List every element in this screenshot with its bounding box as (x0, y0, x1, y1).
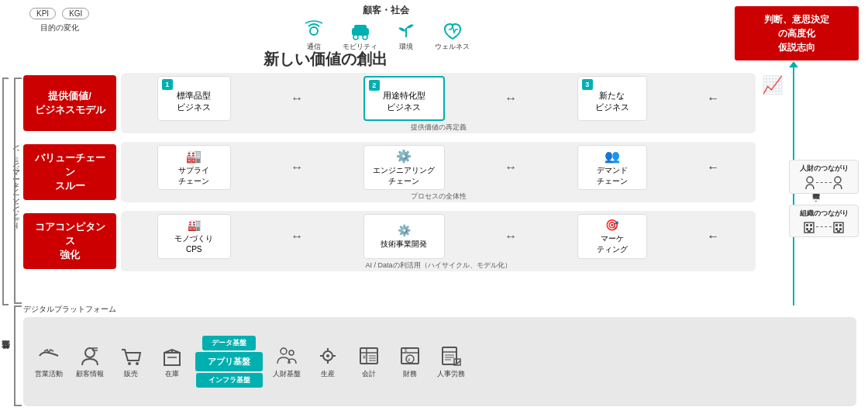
svg-rect-8 (806, 224, 808, 226)
row1-sub: 提供価値の再定義 (127, 121, 749, 133)
jinji-label: 人事労務 (437, 369, 465, 379)
jinzai-dots (805, 176, 842, 190)
kpi-badges: KPI KGI (29, 8, 89, 19)
customer-icons: 通信 モビリティ 環境 (302, 20, 470, 52)
dot-line-2 (816, 226, 832, 227)
row1-red-label: 提供価値/ビジネスモデル (23, 75, 116, 131)
wellness-label: ウェルネス (435, 42, 470, 52)
dot-line-1 (816, 182, 832, 183)
platform-label: デジタルプラットフォーム (23, 304, 856, 315)
row2: バリューチェーンスルー 🏭 サプライチェーン ↔ ⚙️ エンジニアリングチェーン… (23, 144, 756, 208)
jinzai-connect-card: 人財のつながり (789, 160, 859, 194)
decision-line3: 仮説志向 (778, 42, 815, 53)
svg-point-30 (326, 354, 329, 357)
row1-cell1: 1 標準品型ビジネス (157, 76, 231, 121)
demand-icon: 👥 (604, 148, 620, 165)
hanbai-label: 販売 (124, 369, 138, 379)
row2-cell2: ⚙️ エンジニアリングチェーン (363, 145, 445, 190)
mobility-icon (349, 20, 372, 40)
svg-rect-10 (806, 228, 808, 230)
arrow5: ↔ (291, 229, 303, 243)
svg-rect-18 (837, 230, 840, 233)
customer-icon-mobility: モビリティ (343, 20, 377, 52)
jinzai-label: 人財基盤 (273, 369, 301, 379)
svg-text:¥: ¥ (363, 354, 366, 360)
row3-right-arrow: ← (707, 229, 719, 243)
platform-kaikei: ¥ 会計 (351, 345, 386, 379)
decision-line2: の高度化 (778, 28, 815, 39)
customer-section: 顧客・社会 通信 モビリティ (302, 4, 470, 52)
row1: 提供価値/ビジネスモデル 1 標準品型ビジネス ↔ 2 用途特化型ビジネス ↔ (23, 75, 756, 139)
svg-rect-16 (835, 228, 838, 230)
cell-number-2: 2 (369, 80, 380, 91)
row2-cell3: 👥 デマンドチェーン (577, 145, 647, 190)
arrow3: ↔ (291, 160, 303, 174)
platform-jinzai: 人財基盤 (269, 345, 304, 379)
svg-point-3 (353, 35, 358, 40)
tsushin-icon (302, 20, 326, 40)
row3-red-label: コアコンピタンス強化 (23, 213, 116, 269)
seisan-label: 生産 (321, 369, 335, 379)
cell1-text: 標準品型ビジネス (177, 90, 211, 114)
decision-line1: 判断、意思決定 (764, 14, 829, 25)
building-icon-right (833, 221, 844, 233)
svg-rect-9 (810, 224, 812, 226)
row1-cells: 1 標準品型ビジネス ↔ 2 用途特化型ビジネス ↔ 3 新たなビジネス (127, 76, 749, 121)
jinzai-icon (274, 345, 299, 367)
kaikei-label: 会計 (362, 369, 376, 379)
zaimu-icon: $ ¥ (398, 345, 422, 367)
row2-cells: 🏭 サプライチェーン ↔ ⚙️ エンジニアリングチェーン ↔ 👥 デマンドチェー… (127, 145, 749, 190)
shin-value-title: 新しい価値の創出 (264, 49, 388, 70)
marketing-icon: 🎯 (605, 218, 618, 233)
platform-seisan: 生産 (310, 345, 345, 379)
svg-point-19 (85, 348, 95, 357)
svg-rect-14 (835, 224, 838, 226)
data-app-infra-stack: データ基盤 アプリ基盤 インフラ基盤 (195, 336, 263, 388)
platform-hanbai: 販売 (113, 345, 148, 379)
red-decision-box: 判断、意思決定 の高度化 仮説志向 (735, 6, 859, 60)
cart-icon (119, 345, 143, 367)
platform-kokyaku: 顧客情報 (72, 345, 107, 379)
soshiki-dots (804, 221, 844, 233)
row3-cells: 🏭 モノづくりCPS ↔ ⚙️ 技術事業開発 ↔ 🎯 マーケティング ← (127, 214, 749, 259)
connect-boxes: 人財のつながり 組織のつながり (789, 91, 859, 305)
svg-point-28 (289, 350, 294, 355)
kiban-bracket (14, 305, 22, 406)
row3-sub: AI / Dataの利活用（ハイサイクル、モデル化） (127, 259, 749, 271)
platform-eigyo: 営業活動 (31, 345, 66, 379)
arrow2: ↔ (505, 91, 517, 105)
svg-rect-15 (839, 224, 842, 226)
customer-icon-kankyo: 環境 (394, 20, 418, 52)
zaimu-label: 財務 (403, 369, 417, 379)
kankyo-label: 環境 (399, 42, 413, 52)
svg-rect-11 (810, 228, 812, 230)
row2-sub: プロセスの全体性 (127, 190, 749, 202)
cell4-text: サプライチェーン (178, 165, 209, 187)
kankyo-icon (394, 20, 418, 40)
bracket-vertical (2, 78, 9, 305)
zaiko-label: 在庫 (165, 369, 179, 379)
eigyo-label: 営業活動 (35, 369, 63, 379)
mono-icon: 🏭 (188, 218, 201, 233)
soshiki-connect-card: 組織のつながり (789, 205, 859, 237)
main-container: トランスフォーメーション 基盤整備 KPI KGI 目的の変化 顧客・社会 通信 (0, 0, 868, 414)
platform-jinji: 人事労務 (433, 345, 468, 379)
soshiki-title: 組織のつながり (800, 209, 849, 219)
cell3-text: 新たなビジネス (595, 90, 629, 114)
kiban-label-area: 基盤整備 (0, 305, 12, 406)
row3-gray-box: 🏭 モノづくりCPS ↔ ⚙️ 技術事業開発 ↔ 🎯 マーケティング ← (121, 211, 756, 271)
cell9-text: マーケティング (597, 233, 628, 255)
jinzai-title: 人財のつながり (800, 164, 849, 174)
cell7-text: モノづくりCPS (174, 233, 213, 255)
dx-bracket (14, 78, 22, 304)
svg-point-22 (128, 362, 131, 365)
platform-zaimu: $ ¥ 財務 (392, 345, 427, 379)
cell6-text: デマンドチェーン (597, 165, 628, 187)
row3: コアコンピタンス強化 🏭 モノづくりCPS ↔ ⚙️ 技術事業開発 ↔ 🎯 (23, 213, 756, 277)
svg-point-6 (835, 177, 841, 183)
svg-point-5 (807, 177, 813, 183)
svg-text:¥: ¥ (408, 357, 411, 362)
box-icon (160, 345, 184, 367)
person-icon-left (805, 176, 815, 190)
infra-kiban: インフラ基盤 (196, 373, 263, 388)
